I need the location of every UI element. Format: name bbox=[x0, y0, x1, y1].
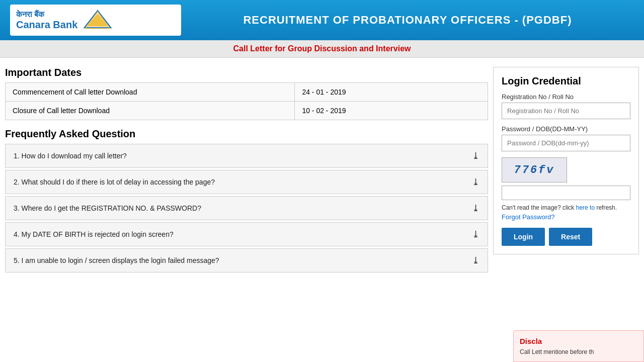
table-row: Closure of Call letter Download 10 - 02 … bbox=[6, 102, 488, 120]
faq-title: Frequently Asked Question bbox=[5, 128, 488, 140]
captcha-refresh-link[interactable]: here to bbox=[576, 204, 595, 211]
faq-item-1[interactable]: 1. How do I download my call letter? ⤓ bbox=[5, 144, 488, 168]
login-panel: Login Credential Registration No / Roll … bbox=[493, 67, 639, 254]
button-row: Login Reset bbox=[502, 228, 630, 246]
faq-item-5[interactable]: 5. I am unable to login / screen display… bbox=[5, 248, 488, 273]
important-dates-title: Important Dates bbox=[5, 67, 488, 78]
password-input[interactable] bbox=[502, 135, 630, 151]
chevron-down-icon: ⤓ bbox=[472, 229, 479, 240]
captcha-text: 776fv bbox=[514, 164, 554, 176]
login-button[interactable]: Login bbox=[502, 228, 545, 246]
sub-header: Call Letter for Group Discussion and Int… bbox=[0, 40, 644, 58]
faq-item-3[interactable]: 3. Where do I get the REGISTRATION NO. &… bbox=[5, 196, 488, 220]
faq-question-4: 4. My DATE OF BIRTH is rejected on login… bbox=[14, 230, 174, 238]
logo-hindi-text: केनरा बैंक bbox=[16, 10, 44, 19]
date-value-2: 10 - 02 - 2019 bbox=[295, 102, 488, 120]
date-label-2: Closure of Call letter Download bbox=[6, 102, 295, 120]
captcha-input[interactable] bbox=[502, 186, 630, 200]
logo-icon bbox=[83, 8, 113, 33]
reset-button[interactable]: Reset bbox=[549, 228, 592, 246]
table-row: Commencement of Call letter Download 24 … bbox=[6, 83, 488, 102]
chevron-down-icon: ⤓ bbox=[472, 255, 479, 266]
date-value-1: 24 - 01 - 2019 bbox=[295, 83, 488, 102]
left-content: Important Dates Commencement of Call let… bbox=[5, 63, 488, 275]
faq-question-3: 3. Where do I get the REGISTRATION NO. &… bbox=[14, 204, 201, 212]
main-container: Important Dates Commencement of Call let… bbox=[0, 58, 644, 280]
logo-english-text: Canara Bank bbox=[16, 19, 77, 31]
faq-item-4[interactable]: 4. My DATE OF BIRTH is rejected on login… bbox=[5, 222, 488, 246]
sub-header-text: Call Letter for Group Discussion and Int… bbox=[233, 44, 411, 53]
reg-label: Registration No / Roll No bbox=[502, 93, 630, 101]
bank-logo: केनरा बैंक Canara Bank bbox=[10, 5, 181, 36]
registration-input[interactable] bbox=[502, 103, 630, 119]
password-label: Password / DOB(DD-MM-YY) bbox=[502, 125, 630, 133]
forgot-password-link[interactable]: Forgot Password? bbox=[502, 213, 630, 221]
date-label-1: Commencement of Call letter Download bbox=[6, 83, 295, 102]
important-dates-table: Commencement of Call letter Download 24 … bbox=[5, 82, 488, 120]
captcha-image: 776fv bbox=[502, 157, 567, 183]
captcha-hint: Can't read the image? click here to refr… bbox=[502, 204, 630, 211]
chevron-down-icon: ⤓ bbox=[472, 150, 479, 161]
faq-question-1: 1. How do I download my call letter? bbox=[14, 152, 127, 160]
chevron-down-icon: ⤓ bbox=[472, 203, 479, 214]
login-title: Login Credential bbox=[502, 75, 630, 87]
page-title: RECRUITMENT OF PROBATIONARY OFFICERS - (… bbox=[181, 14, 634, 27]
faq-question-5: 5. I am unable to login / screen display… bbox=[14, 256, 219, 264]
faq-question-2: 2. What should I do if there is lot of d… bbox=[14, 178, 215, 186]
page-header: केनरा बैंक Canara Bank RECRUITMENT OF PR… bbox=[0, 0, 644, 40]
faq-item-2[interactable]: 2. What should I do if there is lot of d… bbox=[5, 170, 488, 194]
chevron-down-icon: ⤓ bbox=[472, 176, 479, 188]
faq-list: 1. How do I download my call letter? ⤓ 2… bbox=[5, 144, 488, 273]
